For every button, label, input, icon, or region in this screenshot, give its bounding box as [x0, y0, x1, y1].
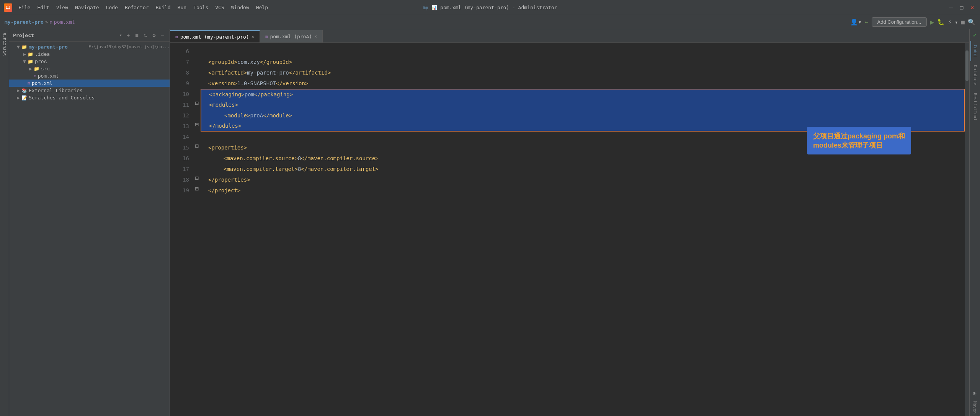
run-icon[interactable]: ▶ — [930, 18, 934, 26]
line-num-10: 10 — [170, 89, 189, 99]
menu-run[interactable]: Run — [175, 3, 189, 11]
editor-tab-2[interactable]: m pom.xml (proA) ✕ — [260, 30, 323, 42]
scrollbar-thumb[interactable] — [965, 50, 969, 81]
breadcrumb-file[interactable]: pom.xml — [54, 19, 75, 25]
menu-edit[interactable]: Edit — [34, 3, 52, 11]
right-tab-maven-label[interactable]: Maven — [971, 399, 979, 416]
tab-close-1[interactable]: ✕ — [252, 34, 254, 39]
code-editor[interactable]: 6 7 8 9 10 11 12 13 14 15 16 17 18 19 — [170, 43, 969, 416]
xml-tag-9a: <version> — [208, 78, 237, 89]
xml-text-17: 8 — [298, 164, 301, 174]
add-configuration-button[interactable]: Add Configuration... — [872, 17, 927, 27]
sidebar-close-icon[interactable]: — — [160, 31, 166, 39]
coverage-icon[interactable]: ⚡ — [948, 18, 952, 26]
xml-text-10: pom — [245, 89, 254, 100]
line-num-14: 14 — [170, 132, 189, 142]
menu-help[interactable]: Help — [253, 3, 271, 11]
menu-navigate[interactable]: Navigate — [72, 3, 102, 11]
code-line-18: </properties> — [201, 174, 965, 185]
search-icon[interactable]: 🔍 — [968, 18, 975, 26]
structure-tab[interactable]: Structure — [0, 29, 9, 416]
xml-tag-19a: </project> — [208, 185, 240, 196]
tree-label-proa: proA — [35, 58, 170, 64]
line-num-9: 9 — [170, 78, 189, 89]
more-run-icon[interactable]: ▾ — [955, 19, 958, 25]
debug-icon[interactable]: 🐛 — [937, 18, 945, 26]
user-icon[interactable]: 👤▾ — [850, 18, 862, 26]
tree-label-proa-pom: pom.xml — [38, 73, 170, 79]
right-tab-restful[interactable]: RestfulTool — [970, 89, 979, 125]
menu-vcs[interactable]: VCS — [212, 3, 227, 11]
tree-label-idea: .idea — [35, 51, 170, 57]
tree-arrow-src: ▶ — [28, 66, 34, 72]
menu-code[interactable]: Code — [103, 3, 121, 11]
window-controls: — ❐ ✕ — [947, 4, 976, 11]
line-num-13: 13 — [170, 121, 189, 132]
line-num-12: 12 — [170, 110, 189, 121]
right-tab-maven[interactable]: m — [970, 388, 980, 399]
right-tab-codot[interactable]: Codot — [970, 41, 979, 61]
tree-item-src[interactable]: ▶ 📁 src — [9, 65, 170, 72]
code-line-17: <maven.compiler.target>8</maven.compiler… — [201, 164, 965, 174]
menu-tools[interactable]: Tools — [190, 3, 211, 11]
code-line-16: <maven.compiler.source>8</maven.compiler… — [201, 153, 965, 164]
sidebar-list-icon[interactable]: ≡ — [134, 31, 140, 39]
fold-18[interactable]: ⊟ — [193, 174, 201, 185]
fold-13[interactable]: ⊟ — [193, 121, 201, 132]
line-num-6: 6 — [170, 46, 189, 57]
close-button[interactable]: ✕ — [969, 4, 976, 11]
tab-icon-1: m — [175, 34, 178, 39]
code-line-19: </project> — [201, 185, 965, 196]
tab-close-2[interactable]: ✕ — [314, 34, 317, 39]
line-num-7: 7 — [170, 57, 189, 67]
xml-text-9: 1.0-SNAPSHOT — [237, 78, 276, 89]
xml-tag-7b: </groupId> — [260, 57, 292, 67]
scratches-icon: 📝 — [21, 95, 27, 101]
right-tab-database[interactable]: Database — [970, 61, 979, 89]
tree-label-ext-libs: External Libraries — [29, 88, 170, 93]
xml-tag-8a: <artifactId> — [208, 67, 247, 78]
sidebar-add-icon[interactable]: + — [125, 31, 131, 39]
annotation-text: 父项目通过packaging pom和modules来管理子项目 — [813, 132, 905, 150]
tree-item-root[interactable]: ▼ 📁 my-parent-pro F:\java19\day32[maven_… — [9, 43, 170, 50]
xml-tag-9b: </version> — [276, 78, 308, 89]
folder-icon-src: 📁 — [34, 66, 39, 72]
codot-check[interactable]: ✓ — [972, 29, 978, 41]
fold-15[interactable]: ⊟ — [193, 142, 201, 153]
code-content[interactable]: <groupId>com.xzy</groupId> <artifactId>m… — [201, 43, 965, 416]
structure-label[interactable]: Structure — [0, 29, 8, 60]
tree-item-proa-pom[interactable]: m pom.xml — [9, 72, 170, 80]
menu-view[interactable]: View — [53, 3, 71, 11]
breadcrumb-project[interactable]: my-parent-pro — [5, 19, 44, 25]
menu-refactor[interactable]: Refactor — [122, 3, 152, 11]
menu-window[interactable]: Window — [228, 3, 252, 11]
scrollbar[interactable] — [965, 43, 969, 416]
tree-item-ext-libs[interactable]: ▶ 📚 External Libraries — [9, 87, 170, 94]
xml-text-8: my-parent-pro — [247, 67, 289, 78]
tree-item-proa[interactable]: ▼ 📁 proA — [9, 58, 170, 65]
fold-19[interactable]: ⊟ — [193, 185, 201, 196]
sidebar-title: Project — [13, 32, 117, 38]
stop-icon[interactable]: ■ — [961, 18, 965, 26]
menu-file[interactable]: File — [15, 3, 33, 11]
line-num-17: 17 — [170, 164, 189, 174]
line-num-19: 19 — [170, 185, 189, 196]
editor-tab-1[interactable]: m pom.xml (my-parent-pro) ✕ — [170, 30, 260, 42]
main-content: Structure Project ▾ + ≡ ⇅ ⚙ — ▼ 📁 my-par… — [0, 29, 980, 416]
minimize-button[interactable]: — — [947, 4, 955, 11]
tree-item-idea[interactable]: ▶ 📁 .idea — [9, 50, 170, 58]
tree-label-src: src — [41, 66, 170, 72]
sidebar-sort-icon[interactable]: ⇅ — [142, 31, 149, 39]
menu-build[interactable]: Build — [153, 3, 174, 11]
xml-tag-18a: </properties> — [208, 174, 250, 185]
sidebar-settings-icon[interactable]: ⚙ — [151, 31, 157, 39]
tree-item-root-pom[interactable]: m pom.xml — [9, 80, 170, 87]
maximize-button[interactable]: ❐ — [958, 4, 965, 11]
tree-item-scratches[interactable]: ▶ 📝 Scratches and Consoles — [9, 94, 170, 101]
back-icon[interactable]: ← — [865, 18, 869, 26]
xml-tag-8b: </artifactId> — [289, 67, 331, 78]
tree-arrow-proa: ▼ — [21, 58, 28, 64]
fold-11[interactable]: ⊟ — [193, 99, 201, 110]
xml-tag-10a: <packaging> — [209, 89, 245, 100]
tab-label-2: pom.xml (proA) — [270, 34, 312, 39]
